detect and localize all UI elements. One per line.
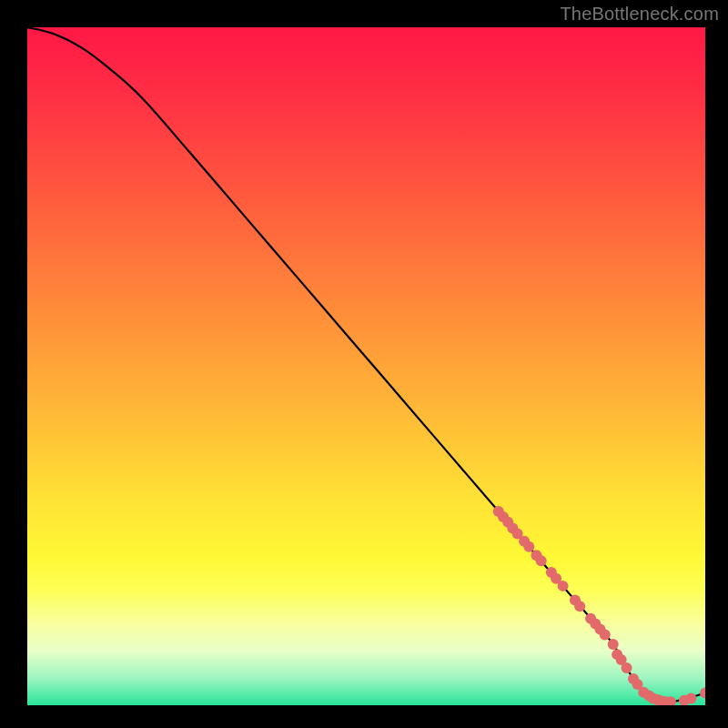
chart-stage: TheBottleneck.com (0, 0, 728, 728)
data-point (685, 693, 696, 704)
data-point (622, 662, 632, 673)
plot-area (27, 27, 705, 705)
data-point (523, 541, 534, 552)
data-point (536, 555, 547, 566)
data-point (574, 601, 585, 612)
watermark-text: TheBottleneck.com (560, 4, 719, 25)
chart-svg (27, 27, 705, 705)
gradient-background (27, 27, 705, 705)
data-point (600, 630, 611, 641)
data-point (608, 639, 619, 650)
data-point (558, 581, 569, 592)
